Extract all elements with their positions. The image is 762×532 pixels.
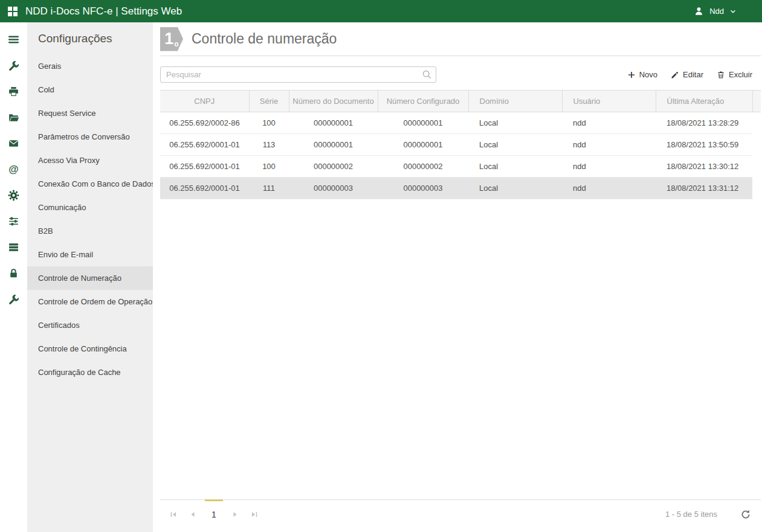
user-menu[interactable]: Ndd bbox=[694, 6, 737, 16]
toolbar-actions: Novo Editar Excluir bbox=[627, 70, 752, 79]
table-cell: 000000002 bbox=[378, 156, 468, 178]
sidebar-item[interactable]: Acesso Via Proxy bbox=[27, 149, 153, 172]
wrench-icon[interactable] bbox=[0, 286, 27, 312]
table-cell: ndd bbox=[562, 156, 656, 178]
table-cell: 06.255.692/0002-86 bbox=[160, 112, 249, 134]
app-title: NDD i-Docs NFC-e | Settings Web bbox=[25, 5, 182, 18]
page-header: 1 o Controle de numeração bbox=[160, 22, 761, 56]
column-header-spacer bbox=[752, 91, 761, 112]
table-row[interactable]: 06.255.692/0001-01113000000001000000001L… bbox=[160, 134, 761, 156]
mail-icon[interactable] bbox=[0, 130, 27, 156]
lock-icon[interactable] bbox=[0, 260, 27, 286]
table-cell: 111 bbox=[249, 178, 289, 199]
table-cell: 06.255.692/0001-01 bbox=[160, 134, 249, 156]
table-row[interactable]: 06.255.692/0001-01100000000002000000002L… bbox=[160, 156, 761, 178]
table-row[interactable]: 06.255.692/0002-86100000000001000000001L… bbox=[160, 112, 761, 134]
sidebar-item[interactable]: Controle de Numeração bbox=[27, 266, 153, 290]
sidebar-item[interactable]: Configuração de Cache bbox=[27, 361, 153, 384]
table-cell-spacer bbox=[752, 134, 761, 156]
sidebar-item[interactable]: Comunicação bbox=[27, 196, 153, 219]
page-title: Controle de numeração bbox=[192, 31, 337, 47]
search-icon[interactable] bbox=[422, 69, 432, 80]
numbering-grid: CNPJSérieNúmero do DocumentoNúmero Confi… bbox=[160, 90, 761, 199]
table-cell: 18/08/2021 13:50:59 bbox=[656, 134, 752, 156]
user-icon bbox=[694, 6, 704, 16]
new-button[interactable]: Novo bbox=[627, 70, 657, 79]
column-header[interactable]: Usuário bbox=[562, 91, 656, 112]
last-page-button[interactable] bbox=[245, 505, 264, 524]
table-cell: 18/08/2021 13:31:12 bbox=[656, 178, 752, 199]
at-icon[interactable]: @ bbox=[0, 156, 27, 182]
pager: 1 1 - 5 de 5 itens bbox=[160, 499, 761, 528]
delete-button[interactable]: Excluir bbox=[717, 70, 752, 79]
previous-page-button[interactable] bbox=[183, 505, 202, 524]
sidebar-item[interactable]: Request Service bbox=[27, 101, 153, 125]
table-cell: 06.255.692/0001-01 bbox=[160, 156, 249, 178]
folder-icon[interactable] bbox=[0, 104, 27, 130]
next-page-button[interactable] bbox=[225, 505, 245, 524]
sidebar-item[interactable]: Envio de E-mail bbox=[27, 243, 153, 266]
sidebar-title: Configurações bbox=[27, 22, 153, 54]
edit-button-label: Editar bbox=[683, 70, 703, 79]
table-cell: 000000003 bbox=[289, 178, 378, 199]
sidebar-item[interactable]: Controle de Ordem de Operação bbox=[27, 290, 153, 313]
tools-icon[interactable] bbox=[0, 53, 27, 79]
new-button-label: Novo bbox=[639, 70, 657, 79]
column-header[interactable]: Número Configurado bbox=[378, 91, 468, 112]
numbering-icon: 1 o bbox=[160, 27, 183, 51]
table-cell: 18/08/2021 13:30:12 bbox=[656, 156, 752, 178]
layers-icon[interactable] bbox=[0, 234, 27, 260]
table-cell: ndd bbox=[562, 112, 656, 134]
trash-icon bbox=[717, 71, 725, 79]
sidebar-item[interactable]: Cold bbox=[27, 78, 153, 101]
current-page-button[interactable]: 1 bbox=[204, 505, 224, 524]
edit-button[interactable]: Editar bbox=[671, 70, 703, 79]
table-cell: Local bbox=[468, 156, 562, 178]
numbering-icon-digit: 1 bbox=[164, 27, 173, 51]
plus-icon bbox=[627, 71, 636, 79]
printer-icon[interactable] bbox=[0, 79, 27, 104]
column-header[interactable]: Série bbox=[249, 91, 289, 112]
column-header[interactable]: Domínio bbox=[468, 91, 562, 112]
column-header[interactable]: Última Alteração bbox=[656, 91, 752, 112]
delete-button-label: Excluir bbox=[729, 70, 752, 79]
table-cell-spacer bbox=[752, 112, 761, 134]
numbering-icon-ordinal: o bbox=[174, 40, 178, 48]
table-cell: 000000003 bbox=[378, 178, 468, 199]
table-cell: 100 bbox=[249, 112, 289, 134]
table-cell: 06.255.692/0001-01 bbox=[160, 178, 249, 199]
table-cell: 000000001 bbox=[378, 112, 468, 134]
sliders-icon[interactable] bbox=[0, 208, 27, 234]
table-cell-spacer bbox=[752, 156, 761, 178]
username: Ndd bbox=[709, 7, 724, 16]
first-page-button[interactable] bbox=[164, 505, 183, 524]
sidebar-item[interactable]: Controle de Contingência bbox=[27, 337, 153, 361]
search-box bbox=[160, 66, 436, 83]
table-header-row: CNPJSérieNúmero do DocumentoNúmero Confi… bbox=[160, 91, 761, 112]
main-panel: 1 o Controle de numeração Novo bbox=[153, 22, 762, 532]
table-cell-spacer bbox=[752, 178, 761, 199]
table-cell: Local bbox=[468, 134, 562, 156]
table-cell: ndd bbox=[562, 178, 656, 199]
column-header[interactable]: CNPJ bbox=[160, 91, 249, 112]
table-cell: 18/08/2021 13:28:29 bbox=[656, 112, 752, 134]
table-cell: 000000002 bbox=[289, 156, 378, 178]
sidebar-item[interactable]: Gerais bbox=[27, 54, 153, 78]
table-cell: Local bbox=[468, 178, 562, 199]
svg-text:@: @ bbox=[8, 164, 18, 175]
sidebar-item[interactable]: Certificados bbox=[27, 313, 153, 337]
table-cell: 000000001 bbox=[378, 134, 468, 156]
sidebar-item[interactable]: B2B bbox=[27, 219, 153, 243]
sidebar-item[interactable]: Conexão Com o Banco de Dados bbox=[27, 172, 153, 196]
icon-rail: @ bbox=[0, 22, 27, 532]
gear-icon[interactable] bbox=[0, 182, 27, 208]
app-logo-icon[interactable] bbox=[8, 7, 18, 16]
sidebar-item[interactable]: Parâmetros de Conversão bbox=[27, 125, 153, 149]
menu-icon[interactable] bbox=[0, 27, 27, 53]
search-input[interactable] bbox=[160, 66, 436, 83]
table-row[interactable]: 06.255.692/0001-01111000000003000000003L… bbox=[160, 178, 761, 199]
table-cell: 100 bbox=[249, 156, 289, 178]
topbar: NDD i-Docs NFC-e | Settings Web Ndd bbox=[0, 0, 762, 22]
refresh-icon[interactable] bbox=[740, 508, 752, 521]
column-header[interactable]: Número do Documento bbox=[289, 91, 378, 112]
